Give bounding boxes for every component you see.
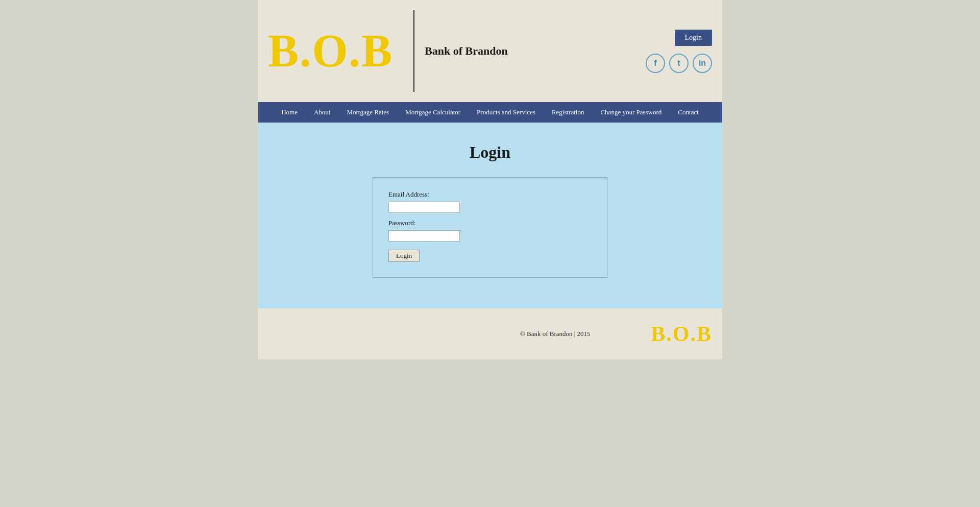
nav-contact[interactable]: Contact <box>670 102 706 123</box>
email-label: Email Address: <box>388 190 592 199</box>
main-content: Login Email Address: Password: Login <box>258 123 722 308</box>
footer-copyright: © Bank of Brandon | 2015 <box>459 330 651 338</box>
twitter-icon[interactable]: t <box>669 54 689 73</box>
footer: © Bank of Brandon | 2015 B.O.B <box>258 308 722 359</box>
login-form-container: Email Address: Password: Login <box>373 177 607 278</box>
social-icons: f t in <box>646 54 712 73</box>
nav-mortgage-calculator[interactable]: Mortgage Calculator <box>397 102 469 123</box>
password-section: Password: <box>388 219 592 242</box>
nav-about[interactable]: About <box>306 102 339 123</box>
login-button[interactable]: Login <box>675 30 712 46</box>
footer-logo: B.O.B <box>651 322 712 346</box>
header-left: B.O.B Bank of Brandon <box>268 10 508 92</box>
header-right: Login f t in <box>646 30 712 73</box>
nav-registration[interactable]: Registration <box>544 102 593 123</box>
page-title: Login <box>268 143 712 162</box>
nav-home[interactable]: Home <box>273 102 306 123</box>
header-logo: B.O.B <box>268 28 403 74</box>
facebook-icon[interactable]: f <box>646 54 665 73</box>
email-input[interactable] <box>388 202 460 213</box>
password-label: Password: <box>388 219 592 227</box>
nav-mortgage-rates[interactable]: Mortgage Rates <box>338 102 397 123</box>
header: B.O.B Bank of Brandon Login f t in <box>258 0 722 102</box>
linkedin-icon[interactable]: in <box>693 54 712 73</box>
form-submit-button[interactable]: Login <box>388 250 420 262</box>
navbar: Home About Mortgage Rates Mortgage Calcu… <box>258 102 722 123</box>
email-section: Email Address: <box>388 190 592 213</box>
nav-products-services[interactable]: Products and Services <box>469 102 544 123</box>
header-divider <box>413 10 414 92</box>
password-input[interactable] <box>388 230 460 242</box>
bank-name: Bank of Brandon <box>425 44 508 58</box>
nav-change-password[interactable]: Change your Password <box>592 102 670 123</box>
